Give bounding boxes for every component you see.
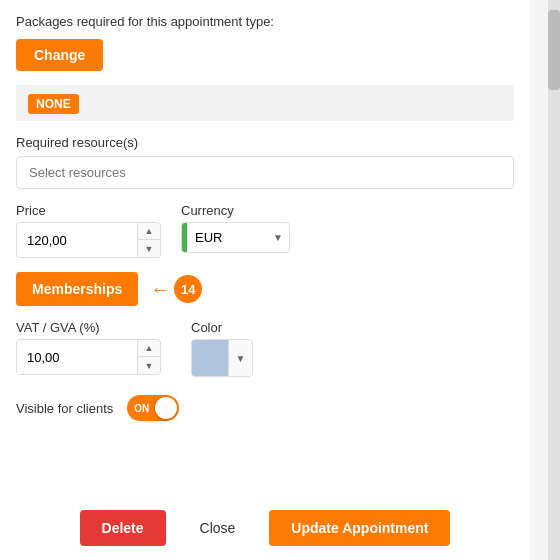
update-appointment-button[interactable]: Update Appointment (269, 510, 450, 546)
toggle-wrap: ON (127, 395, 179, 421)
vat-group: VAT / GVA (%) ▲ ▼ (16, 320, 161, 375)
visible-toggle[interactable]: ON (127, 395, 179, 421)
scrollbar-thumb[interactable] (548, 10, 560, 90)
price-label: Price (16, 203, 161, 218)
memberships-count-badge: 14 (174, 275, 202, 303)
price-input[interactable] (17, 223, 137, 257)
main-container: Packages required for this appointment t… (0, 0, 530, 560)
currency-label: Currency (181, 203, 290, 218)
currency-arrow-icon: ▼ (267, 223, 289, 252)
price-spin-down[interactable]: ▼ (138, 240, 160, 257)
scrollbar[interactable] (548, 0, 560, 560)
color-dropdown-button[interactable]: ▼ (228, 340, 252, 376)
none-badge: NONE (28, 94, 79, 114)
currency-select-wrap: EUR USD GBP ▼ (181, 222, 290, 253)
visible-for-clients-row: Visible for clients ON (16, 395, 514, 421)
footer-row: Delete Close Update Appointment (0, 510, 530, 546)
visible-for-clients-label: Visible for clients (16, 401, 113, 416)
price-group: Price ▲ ▼ (16, 203, 161, 258)
required-resources-label: Required resource(s) (16, 135, 514, 150)
vat-input-wrap: ▲ ▼ (16, 339, 161, 375)
vat-input[interactable] (17, 340, 137, 374)
memberships-row: Memberships ← 14 (16, 272, 514, 306)
change-button[interactable]: Change (16, 39, 103, 71)
arrow-left-icon: ← (150, 278, 170, 301)
packages-label: Packages required for this appointment t… (16, 14, 514, 29)
memberships-button[interactable]: Memberships (16, 272, 138, 306)
toggle-thumb (155, 397, 177, 419)
vat-label: VAT / GVA (%) (16, 320, 161, 335)
vat-spinner-btns: ▲ ▼ (137, 340, 160, 374)
price-spinner-btns: ▲ ▼ (137, 223, 160, 257)
color-swatch[interactable] (192, 340, 228, 376)
vat-spin-down[interactable]: ▼ (138, 357, 160, 374)
vat-spin-up[interactable]: ▲ (138, 340, 160, 357)
arrow-badge-wrap: ← 14 (150, 275, 202, 303)
currency-select[interactable]: EUR USD GBP (187, 223, 267, 252)
price-spin-up[interactable]: ▲ (138, 223, 160, 240)
toggle-on-label: ON (134, 403, 149, 414)
color-select-wrap: ▼ (191, 339, 253, 377)
price-input-wrap: ▲ ▼ (16, 222, 161, 258)
delete-button[interactable]: Delete (80, 510, 166, 546)
currency-group: Currency EUR USD GBP ▼ (181, 203, 290, 253)
color-label: Color (191, 320, 253, 335)
price-currency-row: Price ▲ ▼ Currency EUR USD GBP ▼ (16, 203, 514, 258)
vat-color-row: VAT / GVA (%) ▲ ▼ Color ▼ (16, 320, 514, 377)
color-group: Color ▼ (191, 320, 253, 377)
none-badge-row: NONE (16, 85, 514, 121)
close-button[interactable]: Close (178, 510, 258, 546)
select-resources-input[interactable] (16, 156, 514, 189)
